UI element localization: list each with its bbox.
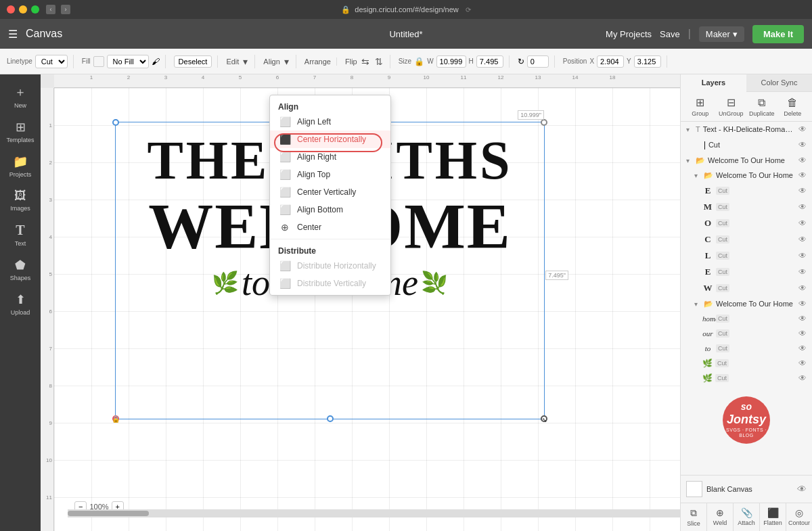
maximize-traffic-light[interactable] bbox=[31, 5, 39, 14]
eye-icon5[interactable]: 👁 bbox=[798, 299, 807, 308]
layer-letter-m[interactable]: M Cut 👁 bbox=[697, 199, 812, 215]
save-button[interactable]: Save bbox=[660, 29, 680, 39]
layer-letter-o[interactable]: O Cut 👁 bbox=[697, 215, 812, 231]
sidebar-item-text[interactable]: T Text bbox=[0, 218, 41, 251]
center-item[interactable]: ⊕ Center bbox=[270, 218, 390, 236]
eye-icon-l[interactable]: 👁 bbox=[798, 251, 807, 260]
align-right-item[interactable]: ⬜ Align Right bbox=[270, 148, 390, 166]
upload-icon: ⬆ bbox=[16, 292, 26, 307]
handle-bottom-left[interactable]: 🔒 bbox=[112, 415, 119, 422]
eye-icon3[interactable]: 👁 bbox=[798, 156, 807, 165]
eye-icon-leaf1[interactable]: 👁 bbox=[798, 359, 807, 368]
handle-top-right[interactable] bbox=[541, 119, 547, 126]
eye-icon-e1[interactable]: 👁 bbox=[798, 186, 807, 195]
flip-icon[interactable]: ⇆ bbox=[360, 55, 371, 68]
layer-leaf-2[interactable]: 🌿 Cut 👁 bbox=[697, 371, 812, 386]
close-traffic-light[interactable] bbox=[7, 5, 15, 14]
sidebar-item-shapes[interactable]: ⬟ Shapes bbox=[0, 254, 41, 285]
cursive-to: to bbox=[702, 344, 713, 352]
sidebar-item-upload[interactable]: ⬆ Upload bbox=[0, 288, 41, 320]
sidebar-item-templates[interactable]: ⊞ Templates bbox=[0, 116, 41, 147]
linetype-select[interactable]: Cut bbox=[35, 55, 68, 68]
weld-button[interactable]: ⊕ Weld bbox=[707, 503, 734, 531]
edit-dropdown-icon[interactable]: ▾ bbox=[242, 55, 249, 68]
tab-layers[interactable]: Layers bbox=[681, 74, 746, 92]
hamburger-menu[interactable]: ☰ bbox=[8, 28, 18, 41]
height-input[interactable] bbox=[476, 55, 503, 68]
layer-welcome-cursive-group[interactable]: ▾ 📂 Welcome To Our Home 👁 bbox=[689, 296, 812, 311]
center-vertically-item[interactable]: ⬜ Center Vertically bbox=[270, 183, 390, 201]
eye-icon-our[interactable]: 👁 bbox=[798, 329, 807, 338]
scroll-thumb[interactable] bbox=[68, 511, 149, 516]
handle-bottom-right[interactable]: ⤡ bbox=[541, 415, 547, 422]
align-top-item[interactable]: ⬜ Align Top bbox=[270, 166, 390, 183]
my-projects-button[interactable]: My Projects bbox=[606, 29, 652, 39]
y-input[interactable] bbox=[634, 55, 661, 68]
eye-icon4[interactable]: 👁 bbox=[798, 170, 807, 180]
fill-color-swatch[interactable] bbox=[93, 56, 104, 67]
fill-select[interactable]: No Fill bbox=[107, 55, 149, 68]
handle-bottom-mid[interactable] bbox=[327, 415, 334, 422]
eye-icon2[interactable]: 👁 bbox=[798, 140, 807, 149]
layer-letter-e1[interactable]: E Cut 👁 bbox=[697, 183, 812, 199]
layer-cut-text[interactable]: | Cut 👁 bbox=[689, 137, 812, 153]
layer-our-cursive[interactable]: our Cut 👁 bbox=[697, 326, 812, 341]
slice-button[interactable]: ⧉ Slice bbox=[681, 503, 707, 531]
eye-icon[interactable]: 👁 bbox=[798, 124, 807, 134]
layer-home-cursive[interactable]: home Cut 👁 bbox=[697, 311, 812, 326]
canvas-eye-icon[interactable]: 👁 bbox=[797, 484, 807, 494]
layer-welcome-inner[interactable]: ▾ 📂 Welcome To Our Home 👁 bbox=[689, 168, 812, 183]
handle-top-left[interactable] bbox=[112, 119, 119, 126]
eye-icon-e2[interactable]: 👁 bbox=[798, 267, 807, 277]
make-it-button[interactable]: Make It bbox=[752, 25, 804, 43]
bottom-tools: ⧉ Slice ⊕ Weld 📎 Attach ⬛ Flatten ◎ Cont… bbox=[681, 503, 812, 531]
contour-button[interactable]: ◎ Contour bbox=[786, 503, 812, 531]
eye-icon-home[interactable]: 👁 bbox=[798, 314, 807, 323]
width-size-label: 10.999" bbox=[518, 110, 544, 120]
minimize-traffic-light[interactable] bbox=[19, 5, 27, 14]
back-btn[interactable]: ‹ bbox=[46, 5, 55, 14]
eye-icon-o[interactable]: 👁 bbox=[798, 218, 807, 228]
delete-button[interactable]: 🗑 Delete bbox=[779, 97, 807, 117]
layer-leaf-1[interactable]: 🌿 Cut 👁 bbox=[697, 356, 812, 371]
forward-btn[interactable]: › bbox=[61, 5, 70, 14]
duplicate-button[interactable]: ⧉ Duplicate bbox=[748, 97, 776, 117]
layer-letter-w[interactable]: W Cut 👁 bbox=[697, 280, 812, 296]
blank-canvas-swatch[interactable] bbox=[686, 481, 702, 497]
align-left-item[interactable]: ⬜ Align Left bbox=[270, 113, 390, 131]
center-horizontally-item[interactable]: ⬛ Center Horizontally bbox=[270, 131, 390, 148]
layer-letter-e2[interactable]: E Cut 👁 bbox=[697, 264, 812, 280]
group-button[interactable]: ⊞ Group bbox=[686, 96, 715, 117]
maker-dropdown-button[interactable]: Maker ▾ bbox=[699, 26, 744, 42]
attach-button[interactable]: 📎 Attach bbox=[734, 503, 760, 531]
lock-icon[interactable]: 🔒 bbox=[414, 57, 424, 66]
x-input[interactable] bbox=[597, 55, 624, 68]
sidebar-item-images[interactable]: 🖼 Images bbox=[0, 185, 41, 216]
sidebar-item-projects[interactable]: 📁 Projects bbox=[0, 150, 41, 182]
eye-icon-to[interactable]: 👁 bbox=[798, 344, 807, 353]
ungroup-button[interactable]: ⊟ UnGroup bbox=[717, 96, 746, 117]
flip-v-icon[interactable]: ⇅ bbox=[374, 55, 384, 68]
flatten-button[interactable]: ⬛ Flatten bbox=[760, 503, 786, 531]
sidebar-item-new[interactable]: ＋ New bbox=[0, 80, 41, 113]
layer-to-cursive[interactable]: to Cut 👁 bbox=[697, 341, 812, 356]
rotate-input[interactable] bbox=[527, 55, 549, 68]
paint-icon[interactable]: 🖌 bbox=[152, 57, 160, 66]
layer-letter-c[interactable]: C Cut 👁 bbox=[697, 231, 812, 248]
eye-icon-w[interactable]: 👁 bbox=[798, 283, 807, 293]
eye-icon-leaf2[interactable]: 👁 bbox=[798, 373, 807, 383]
horizontal-scrollbar[interactable] bbox=[68, 509, 680, 517]
eye-icon-m[interactable]: 👁 bbox=[798, 202, 807, 212]
layer-text-kh[interactable]: ▾ T Text - KH-Delicate-Romanc... 👁 bbox=[681, 122, 812, 137]
eye-icon-c[interactable]: 👁 bbox=[798, 235, 807, 244]
deselect-button[interactable]: Deselect bbox=[174, 55, 212, 68]
layer-welcome-outer[interactable]: ▾ 📂 Welcome To Our Home 👁 bbox=[681, 153, 812, 168]
canvas-area[interactable]: 1 2 3 4 5 6 7 8 9 10 11 12 13 14 18 1 2 bbox=[41, 74, 680, 531]
tab-color-sync[interactable]: Color Sync bbox=[746, 74, 812, 91]
text-icon: T bbox=[16, 223, 24, 238]
layer-letter-l[interactable]: L Cut 👁 bbox=[697, 248, 812, 264]
align-left-label: Align Left bbox=[297, 117, 331, 126]
align-dropdown-icon[interactable]: ▾ bbox=[283, 55, 290, 68]
align-bottom-item[interactable]: ⬜ Align Bottom bbox=[270, 201, 390, 218]
width-input[interactable] bbox=[436, 55, 466, 68]
